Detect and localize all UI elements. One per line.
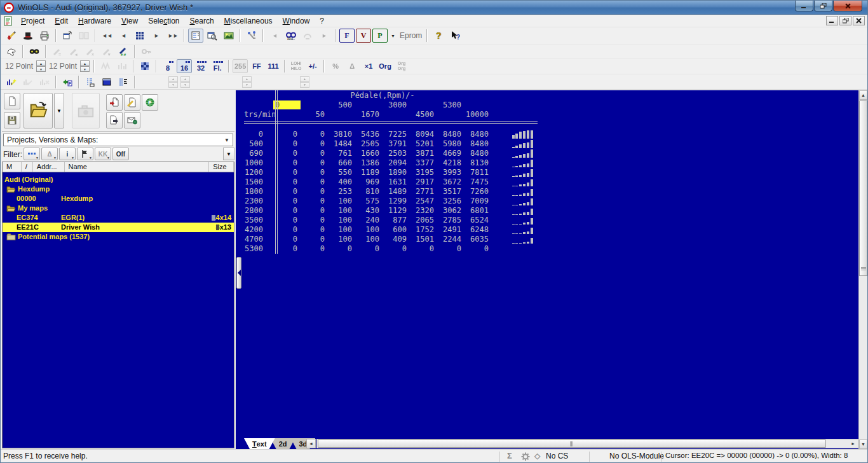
search-window-button[interactable] bbox=[205, 29, 220, 43]
auto-map-search-button[interactable] bbox=[124, 94, 140, 111]
column-header-addr[interactable]: Addr... bbox=[33, 162, 65, 172]
column-header-name[interactable]: Name bbox=[65, 162, 210, 172]
map-cell[interactable]: 0 bbox=[301, 225, 328, 234]
tree-row-ee21c[interactable]: EE21CDriver Wish8x13 bbox=[3, 223, 234, 232]
window-list-button[interactable] bbox=[188, 29, 203, 43]
map-cell[interactable]: 100 bbox=[328, 216, 355, 225]
filter-info-button[interactable]: i▼ bbox=[59, 148, 76, 160]
minimize-button[interactable] bbox=[795, 1, 813, 11]
column-header-m[interactable]: M bbox=[3, 162, 22, 172]
map-cell[interactable]: 7811 bbox=[465, 168, 492, 177]
map-cell[interactable]: 0 bbox=[273, 149, 301, 158]
map-cell[interactable]: 8480 bbox=[465, 149, 492, 158]
map-cell[interactable]: 0 bbox=[301, 244, 328, 253]
y-axis-value[interactable]: 5300 bbox=[244, 244, 273, 253]
map-cell[interactable]: 100 bbox=[355, 225, 383, 234]
mdi-restore-button[interactable] bbox=[839, 16, 851, 25]
y-axis-value[interactable]: 1800 bbox=[244, 187, 273, 196]
version-overview-button[interactable] bbox=[132, 29, 147, 43]
next-version-button[interactable]: ► bbox=[149, 29, 164, 43]
map-cell[interactable]: 1489 bbox=[383, 187, 410, 196]
scroll-up-button[interactable]: ▲ bbox=[859, 90, 867, 100]
map-cell[interactable]: 0 bbox=[273, 225, 301, 234]
y-axis-value[interactable]: 690 bbox=[244, 149, 273, 158]
map-cell[interactable]: 575 bbox=[355, 197, 383, 205]
map-cell[interactable]: 2503 bbox=[383, 149, 410, 158]
map-cell[interactable]: 761 bbox=[328, 149, 355, 158]
map-cell[interactable]: 7260 bbox=[465, 187, 492, 196]
first-version-button[interactable]: ◄◄ bbox=[99, 29, 114, 43]
map-cell[interactable]: 3195 bbox=[410, 168, 437, 177]
close-button[interactable] bbox=[833, 1, 862, 11]
new-window-button[interactable] bbox=[60, 29, 75, 43]
map-cell[interactable]: 7225 bbox=[383, 130, 410, 139]
x-axis-value[interactable]: 10000 bbox=[465, 110, 492, 119]
view-selector-dropdown[interactable]: Projects, Versions & Maps: ▼ bbox=[3, 134, 233, 146]
export-version-button[interactable] bbox=[106, 112, 123, 128]
y-axis-value[interactable]: 500 bbox=[244, 139, 273, 148]
show-original-button[interactable]: Org bbox=[377, 59, 393, 73]
map-cell[interactable]: 5436 bbox=[355, 130, 383, 139]
map-cell[interactable]: 8480 bbox=[465, 130, 492, 139]
winolsnet-upload-button[interactable]: P bbox=[142, 94, 158, 111]
map-cell[interactable]: 253 bbox=[328, 187, 355, 196]
fill-window-button[interactable] bbox=[99, 75, 114, 89]
column-header-size[interactable]: Size bbox=[209, 162, 234, 172]
map-cell[interactable]: 969 bbox=[355, 177, 383, 186]
mdi-minimize-button[interactable] bbox=[826, 16, 838, 25]
map-cell[interactable]: 0 bbox=[301, 139, 328, 148]
map-cell[interactable]: 2491 bbox=[437, 225, 465, 234]
tree-row-potential-maps-1537-[interactable]: Potential maps (1537) bbox=[3, 232, 234, 242]
map-cell[interactable]: 3810 bbox=[328, 130, 355, 139]
print-button[interactable] bbox=[37, 29, 52, 43]
view-checkered-button[interactable] bbox=[137, 59, 153, 73]
map-cell[interactable]: 1890 bbox=[383, 168, 410, 177]
map-cell[interactable]: 0 bbox=[273, 177, 301, 186]
map-list-button[interactable] bbox=[221, 29, 236, 43]
map-cell[interactable]: 100 bbox=[328, 235, 355, 244]
y-axis-value[interactable]: 1000 bbox=[244, 158, 273, 167]
map-cell[interactable]: 4218 bbox=[437, 158, 465, 167]
map-cell[interactable]: 2065 bbox=[410, 216, 437, 225]
map-cell[interactable]: 0 bbox=[273, 168, 301, 177]
horizontal-scroll-thumb[interactable] bbox=[318, 439, 826, 448]
map-cell[interactable]: 8130 bbox=[465, 158, 492, 167]
menu-window[interactable]: Window bbox=[278, 15, 315, 27]
display-hex-button[interactable]: FF bbox=[249, 59, 264, 73]
map-cell[interactable]: 6035 bbox=[465, 235, 492, 244]
filter-off-button[interactable]: Off bbox=[112, 148, 129, 160]
map-cell[interactable]: 1299 bbox=[383, 197, 410, 205]
map-cell[interactable]: 0 bbox=[437, 244, 465, 253]
map-cell[interactable]: 4669 bbox=[437, 149, 465, 158]
map-cell[interactable]: 600 bbox=[383, 225, 410, 234]
map-cell[interactable]: 0 bbox=[273, 139, 301, 148]
y-axis-value[interactable]: 2300 bbox=[244, 197, 273, 205]
map-cell[interactable]: 2771 bbox=[410, 187, 437, 196]
context-help-button[interactable]: ? bbox=[447, 29, 463, 43]
x-axis-value[interactable]: 50 bbox=[301, 110, 328, 119]
display-binary-button[interactable]: 111 bbox=[266, 59, 281, 73]
map-cell[interactable]: 430 bbox=[355, 206, 383, 215]
search-sequence-button[interactable]: 1011.. bbox=[283, 29, 299, 43]
map-cell[interactable]: 2094 bbox=[383, 158, 410, 167]
y-axis-value[interactable]: 4700 bbox=[244, 235, 273, 244]
y-axis-value[interactable]: 2800 bbox=[244, 206, 273, 215]
tab-2d[interactable]: 2d bbox=[271, 438, 295, 449]
add-version-button[interactable] bbox=[106, 94, 123, 111]
x-axis-value[interactable]: 3000 bbox=[383, 100, 410, 109]
map-cell[interactable]: 0 bbox=[301, 130, 328, 139]
map-cell[interactable]: 0 bbox=[301, 158, 328, 167]
map-cell[interactable]: 2244 bbox=[437, 235, 465, 244]
map-cell[interactable]: 1189 bbox=[355, 168, 383, 177]
map-cell[interactable]: 100 bbox=[355, 235, 383, 244]
help-button[interactable]: ? bbox=[431, 29, 446, 43]
map-cell[interactable]: 0 bbox=[301, 168, 328, 177]
vertical-scroll-thumb[interactable] bbox=[859, 100, 867, 276]
menu-hardware[interactable]: Hardware bbox=[73, 15, 116, 27]
show-functions-button[interactable]: F bbox=[339, 29, 355, 43]
y-axis-value[interactable]: 3500 bbox=[244, 216, 273, 225]
horizontal-scrollbar[interactable] bbox=[316, 439, 858, 448]
menu-selection[interactable]: Selection bbox=[143, 15, 184, 27]
open-project-button[interactable] bbox=[24, 93, 53, 128]
previous-version-button[interactable]: ◄ bbox=[116, 29, 131, 43]
